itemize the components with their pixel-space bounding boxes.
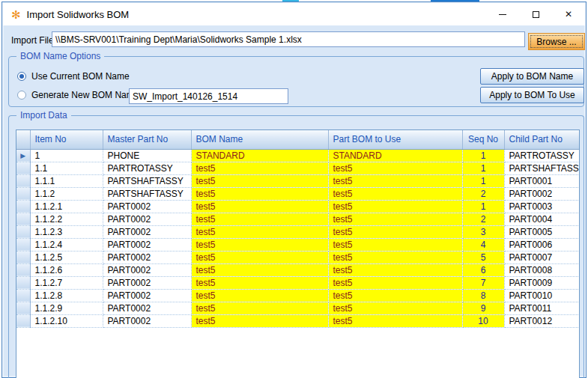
grid-cell[interactable]: PART0002 [103,276,191,289]
grid-cell[interactable]: test5 [191,289,328,302]
grid-cell[interactable]: test5 [191,162,328,174]
row-selector[interactable] [16,276,30,289]
use-current-bom-name-radio[interactable]: Use Current BOM Name [17,71,130,82]
row-selector[interactable] [16,302,30,314]
maximize-button[interactable] [519,3,552,25]
grid-cell[interactable]: 1 [462,174,504,187]
grid-cell[interactable]: PHONE [103,149,191,162]
grid-cell[interactable]: STANDARD [328,149,462,162]
column-header-child-part-no[interactable]: Child Part No [504,130,579,149]
grid-cell[interactable]: PART0009 [504,276,579,289]
row-selector[interactable] [16,225,30,238]
import-grid[interactable]: Item NoMaster Part NoBOM NamePart BOM to… [16,129,580,378]
grid-cell[interactable]: 1.1.2.3 [30,225,103,238]
grid-cell[interactable]: PART0002 [103,302,191,314]
grid-cell[interactable]: PART0002 [103,225,191,238]
row-selector[interactable] [16,187,30,200]
grid-cell[interactable]: PART0010 [504,289,579,302]
current-row-indicator[interactable]: ▶ [16,149,30,162]
grid-cell[interactable]: PART0002 [103,251,191,263]
grid-cell[interactable]: test5 [328,174,462,187]
row-selector[interactable] [16,162,30,174]
grid-cell[interactable]: PART0002 [504,187,579,200]
row-selector[interactable] [16,200,30,213]
grid-cell[interactable]: 5 [462,251,504,263]
grid-cell[interactable]: PARTROTASSY [504,149,579,162]
grid-cell[interactable]: test5 [191,200,328,213]
grid-cell[interactable]: 4 [462,238,504,251]
grid-cell[interactable]: PARTSHAFTASSY [504,162,579,174]
grid-cell[interactable]: PART0002 [103,263,191,276]
apply-to-bom-name-button[interactable]: Apply to BOM Name [480,68,584,85]
row-selector[interactable] [16,314,30,327]
grid-cell[interactable]: 1.1.2.10 [30,314,103,327]
grid-cell[interactable]: PART0006 [504,238,579,251]
grid-cell[interactable]: 3 [462,225,504,238]
column-header-part-bom-to-use[interactable]: Part BOM to Use [328,130,462,149]
row-selector[interactable] [16,238,30,251]
grid-cell[interactable]: test5 [191,251,328,263]
grid-cell[interactable]: test5 [328,289,462,302]
grid-cell[interactable]: PART0002 [103,200,191,213]
grid-cell[interactable]: test5 [328,238,462,251]
close-button[interactable]: ✕ [552,3,585,25]
grid-cell[interactable]: PART0001 [504,174,579,187]
grid-cell[interactable]: PART0002 [103,314,191,327]
column-header-bom-name[interactable]: BOM Name [191,130,328,149]
grid-cell[interactable]: PARTSHAFTASSY [103,174,191,187]
grid-cell[interactable]: 1 [462,200,504,213]
grid-cell[interactable]: PART0002 [103,289,191,302]
grid-cell[interactable]: STANDARD [191,149,328,162]
grid-cell[interactable]: test5 [328,162,462,174]
grid-cell[interactable]: PARTROTASSY [103,162,191,174]
grid-cell[interactable]: 1.1.2.6 [30,263,103,276]
grid-cell[interactable]: test5 [191,314,328,327]
minimize-button[interactable] [486,3,519,25]
grid-cell[interactable]: test5 [328,276,462,289]
grid-cell[interactable]: test5 [191,174,328,187]
row-selector[interactable] [16,289,30,302]
grid-cell[interactable]: 1.1.2.2 [30,213,103,225]
grid-cell[interactable]: 8 [462,289,504,302]
apply-to-bom-to-use-button[interactable]: Apply to BOM To Use [480,87,584,103]
grid-cell[interactable]: 1 [462,149,504,162]
grid-cell[interactable]: PART0007 [504,251,579,263]
grid-cell[interactable]: 6 [462,263,504,276]
grid-cell[interactable]: test5 [191,213,328,225]
grid-cell[interactable]: 2 [462,187,504,200]
grid-cell[interactable]: 1.1.2.9 [30,302,103,314]
grid-cell[interactable]: test5 [191,187,328,200]
grid-cell[interactable]: 2 [462,213,504,225]
column-header-item-no[interactable]: Item No [30,130,103,149]
grid-cell[interactable]: test5 [328,302,462,314]
row-selector-header[interactable] [16,130,30,149]
grid-cell[interactable]: PART0002 [103,213,191,225]
grid-cell[interactable]: test5 [328,251,462,263]
grid-cell[interactable]: test5 [191,263,328,276]
grid-cell[interactable]: 1.1.2.7 [30,276,103,289]
grid-cell[interactable]: test5 [328,225,462,238]
row-selector[interactable] [16,174,30,187]
grid-cell[interactable]: 1.1.2.8 [30,289,103,302]
grid-cell[interactable]: test5 [191,225,328,238]
grid-cell[interactable]: test5 [328,314,462,327]
grid-cell[interactable]: 1.1.2.5 [30,251,103,263]
grid-cell[interactable]: 1.1.2.4 [30,238,103,251]
browse-button[interactable]: Browse ... [528,33,585,50]
grid-cell[interactable]: PARTSHAFTASSY [103,187,191,200]
grid-cell[interactable]: test5 [328,200,462,213]
grid-cell[interactable]: PART0002 [103,238,191,251]
grid-cell[interactable]: test5 [191,302,328,314]
grid-cell[interactable]: test5 [191,276,328,289]
grid-cell[interactable]: PART0005 [504,225,579,238]
grid-cell[interactable]: PART0004 [504,213,579,225]
grid-cell[interactable]: PART0008 [504,263,579,276]
grid-cell[interactable]: PART0012 [504,314,579,327]
grid-cell[interactable]: test5 [328,213,462,225]
grid-cell[interactable]: 9 [462,302,504,314]
generate-new-bom-name-radio[interactable]: Generate New BOM Name [17,90,139,100]
grid-cell[interactable]: PART0003 [504,200,579,213]
grid-cell[interactable]: 10 [462,314,504,327]
row-selector[interactable] [16,213,30,225]
grid-cell[interactable]: test5 [328,263,462,276]
